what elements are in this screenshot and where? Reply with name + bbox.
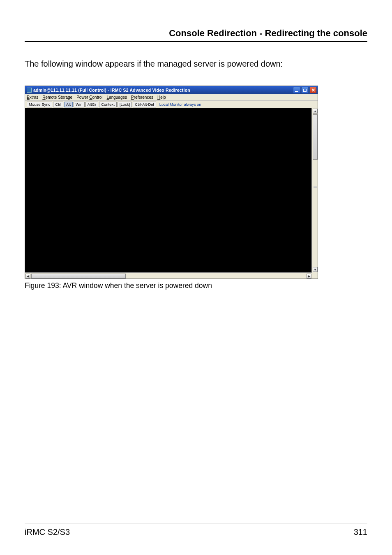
video-area[interactable]	[25, 108, 312, 273]
horizontal-scrollbar[interactable]: ◀ ▶	[25, 273, 312, 279]
scroll-down-button[interactable]: ▼	[313, 267, 318, 272]
footer-rule	[25, 523, 367, 523]
footer-left: iRMC S2/S3	[25, 527, 70, 537]
page-number: 311	[354, 527, 367, 537]
menubar: Extras Remote Storage Power Control Lang…	[25, 94, 318, 101]
close-icon: ✕	[311, 88, 315, 93]
minimize-icon	[295, 91, 298, 92]
arrow-down-icon: ▼	[314, 268, 317, 272]
minimize-button[interactable]	[293, 87, 300, 93]
scroll-up-button[interactable]: ▲	[313, 109, 318, 114]
page-footer: iRMC S2/S3 311	[25, 523, 367, 537]
menu-power-control[interactable]: Power Control	[76, 95, 102, 100]
menu-help[interactable]: Help	[157, 95, 166, 100]
scroll-right-button[interactable]: ▶	[307, 274, 311, 279]
menu-extras[interactable]: Extras	[27, 95, 38, 100]
avr-window: admin@111.11.11.11 (Full Control) - iRMC…	[25, 86, 318, 279]
altgr-button[interactable]: AltGr	[85, 102, 99, 107]
app-icon	[27, 88, 32, 93]
titlebar-buttons: ✕	[293, 87, 317, 93]
win-button[interactable]: Win	[74, 102, 84, 107]
vertical-scroll-thumb[interactable]	[313, 114, 318, 160]
page-header-title: Console Redirection - Redirecting the co…	[25, 28, 367, 39]
lock-button[interactable]: [Lock]	[118, 102, 132, 107]
arrow-left-icon: ◀	[27, 274, 29, 278]
menu-remote-storage[interactable]: Remote Storage	[42, 95, 72, 100]
scroll-corner	[312, 273, 318, 279]
local-monitor-label: Local Monitor always on	[159, 102, 201, 107]
context-button[interactable]: Context	[99, 102, 117, 107]
toolbar: Mouse Sync Ctrl Alt Win AltGr Context [L…	[25, 101, 318, 108]
titlebar[interactable]: admin@111.11.11.11 (Full Control) - iRMC…	[25, 86, 318, 94]
close-button[interactable]: ✕	[309, 87, 317, 93]
alt-button[interactable]: Alt	[64, 102, 73, 107]
arrow-up-icon: ▲	[314, 109, 317, 113]
menu-languages[interactable]: Languages	[107, 95, 127, 100]
maximize-button[interactable]	[301, 87, 309, 93]
horizontal-scroll-thumb[interactable]	[31, 274, 126, 279]
mouse-sync-button[interactable]: Mouse Sync	[27, 102, 52, 107]
intro-text: The following window appears if the mana…	[25, 58, 367, 69]
figure-caption: Figure 193: AVR window when the server i…	[25, 281, 367, 290]
arrow-right-icon: ▶	[308, 274, 310, 278]
menu-preferences[interactable]: Preferences	[131, 95, 153, 100]
ctrl-alt-del-button[interactable]: Ctrl-Alt-Del	[133, 102, 156, 107]
header-rule	[25, 41, 367, 42]
titlebar-text: admin@111.11.11.11 (Full Control) - iRMC…	[33, 88, 190, 93]
document-page: Console Redirection - Redirecting the co…	[0, 0, 392, 555]
vertical-scrollbar[interactable]: ▲ ▼	[312, 108, 318, 273]
ctrl-button[interactable]: Ctrl	[53, 102, 63, 107]
scroll-left-button[interactable]: ◀	[25, 274, 30, 279]
scroll-mark	[314, 186, 317, 188]
maximize-icon	[303, 89, 307, 92]
